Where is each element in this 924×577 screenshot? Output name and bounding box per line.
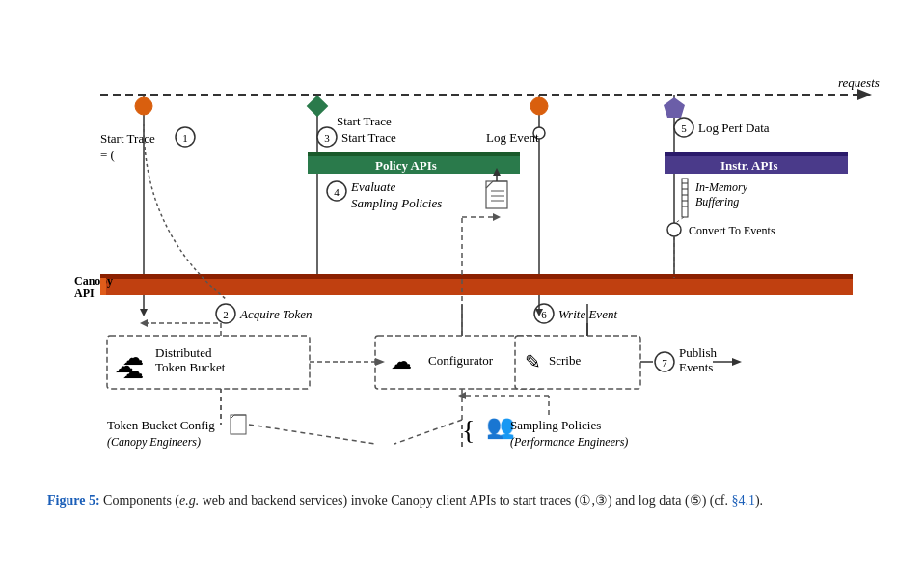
svg-text:Token Bucket: Token Bucket bbox=[155, 360, 226, 374]
svg-text:Log Perf Data: Log Perf Data bbox=[698, 121, 770, 135]
svg-marker-64 bbox=[140, 309, 148, 316]
svg-text:Start Trace: Start Trace bbox=[337, 114, 392, 128]
svg-rect-56 bbox=[100, 274, 853, 279]
svg-text:7: 7 bbox=[662, 357, 667, 369]
svg-text:Convert To Events: Convert To Events bbox=[689, 224, 775, 237]
diagram-area: requests bbox=[47, 68, 877, 482]
svg-text:4: 4 bbox=[334, 186, 340, 198]
svg-marker-14 bbox=[664, 97, 685, 118]
svg-text:Acquire Token: Acquire Token bbox=[239, 307, 313, 321]
svg-rect-13 bbox=[307, 95, 329, 117]
svg-text:(Canopy Engineers): (Canopy Engineers) bbox=[107, 435, 201, 449]
svg-text:Policy APIs: Policy APIs bbox=[375, 158, 437, 173]
caption-label: Figure 5: bbox=[47, 493, 100, 508]
svg-text:In-Memory: In-Memory bbox=[694, 180, 748, 194]
svg-text:Canopy: Canopy bbox=[74, 274, 113, 288]
svg-text:Instr. APIs: Instr. APIs bbox=[720, 158, 777, 173]
svg-marker-110 bbox=[140, 319, 148, 327]
svg-text:requests: requests bbox=[838, 75, 880, 90]
svg-rect-55 bbox=[100, 278, 853, 295]
diagram-svg: requests bbox=[47, 68, 877, 482]
svg-text:3: 3 bbox=[324, 132, 330, 144]
svg-marker-90 bbox=[732, 358, 742, 366]
svg-text:Sampling Policies: Sampling Policies bbox=[351, 196, 442, 210]
svg-text:Sampling Policies: Sampling Policies bbox=[510, 418, 601, 432]
svg-text:Publish: Publish bbox=[679, 345, 718, 360]
svg-rect-32 bbox=[665, 152, 848, 156]
svg-text:5: 5 bbox=[681, 123, 687, 134]
svg-line-96 bbox=[394, 420, 462, 444]
svg-line-100 bbox=[249, 425, 375, 444]
svg-point-52 bbox=[667, 223, 681, 236]
svg-rect-98 bbox=[231, 415, 246, 434]
svg-text:✎: ✎ bbox=[525, 351, 541, 372]
svg-text:☁: ☁ bbox=[391, 349, 412, 373]
svg-text:1: 1 bbox=[182, 132, 188, 144]
caption-text: Components (e.g. web and backend service… bbox=[103, 493, 763, 508]
svg-marker-94 bbox=[493, 213, 501, 221]
svg-rect-59 bbox=[100, 278, 106, 295]
svg-text:Buffering: Buffering bbox=[695, 195, 739, 208]
svg-point-12 bbox=[530, 97, 548, 115]
svg-rect-29 bbox=[308, 152, 520, 156]
svg-text:2: 2 bbox=[223, 309, 229, 320]
svg-text:6: 6 bbox=[541, 309, 547, 320]
svg-text:Evaluate: Evaluate bbox=[350, 179, 395, 194]
caption-link: §4.1 bbox=[731, 493, 755, 508]
svg-text:{: { bbox=[462, 415, 475, 445]
figure-container: requests bbox=[28, 58, 896, 520]
svg-marker-1 bbox=[857, 89, 872, 100]
svg-text:Write Event: Write Event bbox=[558, 307, 617, 321]
svg-text:Token Bucket Config: Token Bucket Config bbox=[107, 418, 215, 432]
svg-text:☁: ☁ bbox=[115, 355, 134, 376]
svg-text:Events: Events bbox=[679, 360, 713, 374]
figure-caption: Figure 5: Components (e.g. web and backe… bbox=[47, 490, 877, 510]
svg-text:Scribe: Scribe bbox=[549, 353, 581, 368]
svg-text:API: API bbox=[74, 287, 95, 300]
svg-text:Start Trace: Start Trace bbox=[100, 131, 155, 146]
svg-text:Configurator: Configurator bbox=[428, 353, 494, 368]
svg-text:(Performance Engineers): (Performance Engineers) bbox=[510, 435, 628, 449]
svg-rect-44 bbox=[682, 179, 688, 217]
svg-point-11 bbox=[135, 97, 152, 115]
svg-text:Log Event: Log Event bbox=[486, 130, 539, 145]
svg-text:Start Trace: Start Trace bbox=[341, 130, 396, 145]
svg-text:Distributed: Distributed bbox=[155, 345, 212, 360]
svg-text:= (: = ( bbox=[100, 148, 115, 162]
